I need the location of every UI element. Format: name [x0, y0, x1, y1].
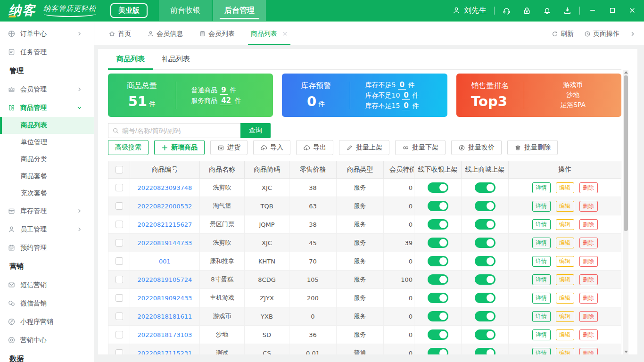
online-mall-toggle[interactable]	[475, 182, 495, 193]
offline-pos-toggle[interactable]	[428, 238, 448, 248]
detail-button[interactable]: 详情	[532, 329, 551, 340]
offline-pos-toggle[interactable]	[428, 219, 448, 230]
breadcrumb-tab[interactable]: 会员列表	[199, 22, 235, 45]
row-checkbox[interactable]	[116, 221, 123, 228]
page-operations-button[interactable]: 页面操作	[584, 30, 619, 38]
toolbar-button[interactable]: 新增商品	[154, 140, 205, 155]
offline-pos-toggle[interactable]	[428, 311, 448, 321]
edit-button[interactable]: 编辑	[556, 201, 574, 212]
offline-pos-toggle[interactable]	[428, 182, 448, 193]
delete-button[interactable]: 删除	[579, 238, 598, 248]
offline-pos-toggle[interactable]	[428, 274, 448, 285]
scroll-down-arrow[interactable]	[623, 349, 628, 354]
vertical-scrollbar[interactable]	[623, 70, 628, 354]
header-nav-tab[interactable]: 后台管理	[213, 0, 266, 21]
delete-button[interactable]: 删除	[579, 219, 598, 230]
bell-icon[interactable]	[543, 6, 552, 15]
delete-button[interactable]: 删除	[579, 329, 598, 340]
online-mall-toggle[interactable]	[475, 274, 495, 285]
product-code-link[interactable]: 20220818173103	[138, 331, 192, 338]
detail-button[interactable]: 详情	[532, 274, 551, 285]
edit-button[interactable]: 编辑	[556, 329, 574, 340]
sidebar-subitem[interactable]: 商品分类	[0, 151, 94, 168]
delete-button[interactable]: 删除	[579, 311, 598, 322]
delete-button[interactable]: 删除	[579, 256, 598, 267]
online-mall-toggle[interactable]	[475, 329, 495, 340]
query-button[interactable]: 查询	[240, 123, 271, 138]
detail-button[interactable]: 详情	[532, 238, 551, 248]
edit-button[interactable]: 编辑	[556, 274, 574, 285]
maximize-icon[interactable]	[609, 7, 616, 14]
panel-tab[interactable]: 商品列表	[108, 49, 153, 69]
breadcrumb-tab[interactable]: 商品列表	[251, 22, 288, 45]
row-checkbox[interactable]	[116, 349, 123, 354]
select-all-checkbox[interactable]	[116, 166, 123, 173]
sidebar-subitem[interactable]: 充次套餐	[0, 185, 94, 202]
toolbar-button[interactable]: 高级搜索	[108, 140, 149, 155]
sidebar-item[interactable]: 营销中心	[0, 331, 94, 349]
sidebar-item[interactable]: 微信营销	[0, 294, 94, 313]
row-checkbox[interactable]	[116, 257, 123, 265]
panel-tab[interactable]: 礼品列表	[153, 49, 198, 69]
row-checkbox[interactable]	[116, 184, 123, 191]
breadcrumb-tab[interactable]: 会员信息	[147, 22, 183, 45]
edit-button[interactable]: 编辑	[556, 293, 574, 304]
edit-button[interactable]: 编辑	[556, 238, 574, 248]
online-mall-toggle[interactable]	[475, 256, 495, 266]
product-code-link[interactable]: 20220821215627	[138, 221, 192, 228]
detail-button[interactable]: 详情	[532, 182, 551, 193]
chevron-right-icon[interactable]	[630, 31, 636, 37]
offline-pos-toggle[interactable]	[428, 329, 448, 340]
product-code-link[interactable]: 20220822000532	[138, 203, 192, 210]
delete-button[interactable]: 删除	[579, 201, 598, 212]
toolbar-button[interactable]: 导入	[253, 140, 290, 155]
sidebar-subitem[interactable]: 单位管理	[0, 134, 94, 151]
sidebar-item[interactable]: 商品管理	[0, 99, 94, 117]
product-code-link[interactable]: 20220817115231	[138, 350, 192, 355]
toolbar-button[interactable]: 批量改价	[451, 140, 502, 155]
close-icon[interactable]	[629, 7, 636, 14]
online-mall-toggle[interactable]	[475, 201, 495, 211]
toolbar-button[interactable]: 进货	[210, 140, 248, 155]
row-checkbox[interactable]	[116, 294, 123, 302]
detail-button[interactable]: 详情	[532, 256, 551, 267]
offline-pos-toggle[interactable]	[428, 348, 448, 354]
product-code-link[interactable]: 20220819144733	[138, 239, 192, 247]
breadcrumb-tab[interactable]: 首页	[108, 22, 131, 45]
delete-button[interactable]: 删除	[579, 182, 598, 193]
online-mall-toggle[interactable]	[475, 348, 495, 354]
download-icon[interactable]	[563, 6, 572, 15]
offline-pos-toggle[interactable]	[428, 293, 448, 303]
minimize-icon[interactable]	[589, 7, 596, 14]
header-nav-tab[interactable]: 前台收银	[159, 0, 212, 21]
toolbar-button[interactable]: 批量上架	[339, 140, 389, 155]
offline-pos-toggle[interactable]	[428, 256, 448, 266]
online-mall-toggle[interactable]	[475, 293, 495, 303]
headset-icon[interactable]	[502, 6, 511, 15]
search-input[interactable]	[122, 127, 240, 134]
row-checkbox[interactable]	[116, 239, 123, 247]
sidebar-subitem[interactable]: 商品套餐	[0, 168, 94, 185]
sidebar-subitem[interactable]: 商品列表	[0, 117, 94, 134]
toolbar-button[interactable]: 批量删除	[507, 140, 558, 155]
row-checkbox[interactable]	[116, 331, 123, 338]
edit-button[interactable]: 编辑	[556, 256, 574, 267]
edit-button[interactable]: 编辑	[556, 311, 574, 322]
close-icon[interactable]	[282, 31, 288, 36]
row-checkbox[interactable]	[116, 276, 123, 283]
edit-button[interactable]: 编辑	[556, 219, 574, 230]
refresh-button[interactable]: 刷新	[552, 30, 574, 38]
scrollbar-thumb[interactable]	[624, 75, 628, 231]
edit-button[interactable]: 编辑	[556, 182, 574, 193]
lock-icon[interactable]	[522, 6, 531, 15]
toolbar-button[interactable]: 批量下架	[395, 140, 446, 155]
product-code-link[interactable]: 20220819105724	[138, 276, 192, 283]
sidebar-item[interactable]: 会员管理	[0, 80, 94, 99]
product-code-link[interactable]: 20220819092433	[138, 295, 192, 302]
delete-button[interactable]: 删除	[579, 348, 598, 355]
user-menu[interactable]: 刘先生	[452, 6, 487, 16]
edition-button[interactable]: 美业版	[110, 3, 148, 18]
delete-button[interactable]: 删除	[579, 293, 598, 304]
online-mall-toggle[interactable]	[475, 219, 495, 230]
detail-button[interactable]: 详情	[532, 348, 551, 355]
